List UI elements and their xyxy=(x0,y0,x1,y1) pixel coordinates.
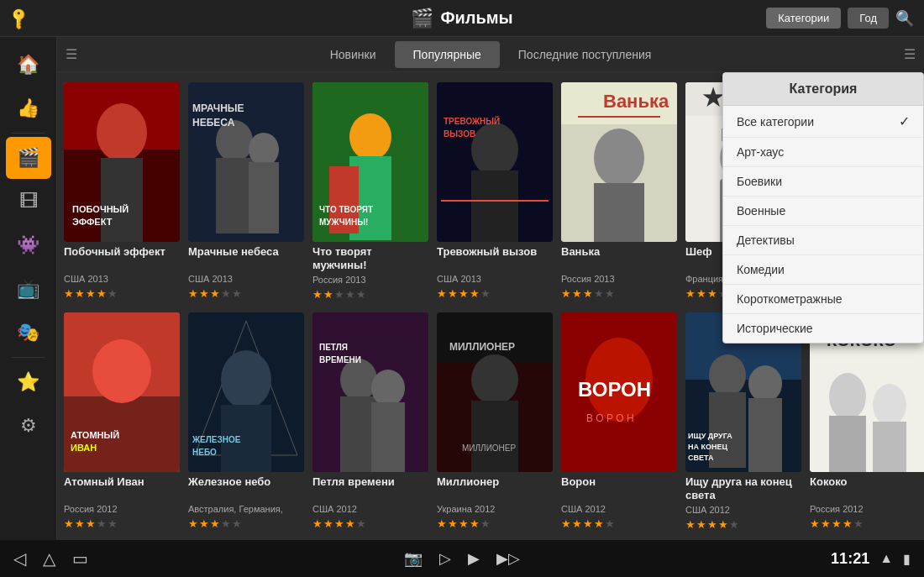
svg-text:ЖЕЛЕЗНОЕ: ЖЕЛЕЗНОЕ xyxy=(192,435,241,444)
movie-country-year-12: США 2012 xyxy=(685,505,801,515)
svg-text:ИЩУ ДРУГА: ИЩУ ДРУГА xyxy=(688,432,732,440)
sidebar-item-clips[interactable]: 🎭 xyxy=(6,312,51,354)
movie-poster-5: Ванька xyxy=(561,82,677,242)
dropdown-item-detektivy[interactable]: Детективы xyxy=(723,226,923,255)
dropdown-header: Категория xyxy=(723,73,923,106)
movie-stars-3: ★ ★ ★ ★ ★ xyxy=(312,288,428,301)
svg-text:АТОМНЫЙ: АТОМНЫЙ xyxy=(71,430,119,440)
camera-icon[interactable]: 📷 xyxy=(404,549,423,568)
svg-text:ИВАН: ИВАН xyxy=(71,443,97,453)
movie-item-9[interactable]: ПЕТЛЯ ВРЕМЕНИ Петля времени США 2012 ★ ★… xyxy=(312,312,428,531)
year-button[interactable]: Год xyxy=(848,8,889,29)
svg-point-10 xyxy=(249,133,279,166)
dropdown-item-komedii[interactable]: Комедии xyxy=(723,255,923,285)
dropdown-item-voennye[interactable]: Военные xyxy=(723,197,923,226)
dropdown-item-komedii-label: Комедии xyxy=(737,263,785,276)
home-button[interactable]: △ xyxy=(43,548,55,569)
movie-stars-5: ★ ★ ★ ★ ★ xyxy=(561,287,677,300)
battery-icon: ▮ xyxy=(903,551,911,567)
dropdown-item-boeviki-label: Боевики xyxy=(737,175,782,188)
tab-popularnye[interactable]: Популярные xyxy=(395,41,500,68)
movie-item-4[interactable]: ТРЕВОЖНЫЙ ВЫЗОВ Тревожный вызов США 2013… xyxy=(437,82,553,301)
svg-text:В О Р О Н: В О Р О Н xyxy=(586,412,634,424)
sidebar-divider-1 xyxy=(12,133,45,134)
svg-text:ВОРОН: ВОРОН xyxy=(578,378,651,401)
svg-point-16 xyxy=(349,113,391,160)
sidebar-item-cartoons[interactable]: 👾 xyxy=(6,224,51,266)
sidebar-item-starred[interactable]: ⭐ xyxy=(6,361,51,403)
movies-row-2: АТОМНЫЙ ИВАН Атомный Иван Россия 2012 ★ … xyxy=(64,312,917,531)
movie-poster-4: ТРЕВОЖНЫЙ ВЫЗОВ xyxy=(437,82,553,242)
svg-rect-11 xyxy=(249,162,279,233)
wifi-icon: ▲ xyxy=(879,551,893,566)
movie-stars-7: ★ ★ ★ ★ ★ xyxy=(64,517,180,530)
movie-item-3[interactable]: ЧТО ТВОРЯТ МУЖЧИНЫ! Что творят мужчины! … xyxy=(312,82,428,301)
categories-button[interactable]: Категории xyxy=(766,8,841,29)
bottom-right-status: 11:21 ▲ ▮ xyxy=(831,550,911,568)
check-icon: ✓ xyxy=(899,113,910,129)
dropdown-item-korotkometrazhnye[interactable]: Короткометражные xyxy=(723,285,923,314)
movie-item-10[interactable]: МИЛЛИОНЕР МИЛЛИОНЕР Миллионер Украина 20… xyxy=(437,312,553,531)
movie-stars-11: ★ ★ ★ ★ ★ xyxy=(561,517,677,530)
sidebar-item-series[interactable]: 🎞 xyxy=(6,181,51,223)
movie-item-5[interactable]: Ванька Ванька Россия 2013 ★ ★ ★ ★ ★ xyxy=(561,82,677,301)
tab-poslednie[interactable]: Последние поступления xyxy=(500,41,670,68)
tab-novinki[interactable]: Новинки xyxy=(312,41,395,68)
sidebar-item-movies[interactable]: 🎬 xyxy=(6,137,51,179)
svg-rect-73 xyxy=(748,398,782,472)
svg-text:МИЛЛИОНЕР: МИЛЛИОНЕР xyxy=(462,443,517,453)
svg-point-81 xyxy=(873,384,906,426)
dropdown-item-detektivy-label: Детективы xyxy=(737,233,795,247)
dropdown-item-boeviki[interactable]: Боевики xyxy=(723,167,923,197)
movie-stars-13: ★ ★ ★ ★ ★ xyxy=(810,517,924,530)
dropdown-item-istoricheskie-label: Исторические xyxy=(737,322,813,335)
poster-figure-4: ТРЕВОЖНЫЙ ВЫЗОВ xyxy=(437,82,553,242)
bottom-center-controls: 📷 ▷ ▶ ▶▷ xyxy=(404,549,520,568)
bottom-bar: ◁ △ ▭ 📷 ▷ ▶ ▶▷ 11:21 ▲ ▮ xyxy=(0,540,924,577)
forward-icon[interactable]: ▶ xyxy=(468,549,480,568)
search-button[interactable]: 🔍 xyxy=(895,9,914,28)
dropdown-item-korotkometrazhnye-label: Короткометражные xyxy=(737,292,843,306)
dropdown-item-arthouse-label: Арт-хаус xyxy=(737,145,784,159)
movie-country-year-8: Австралия, Германия, xyxy=(188,504,304,514)
movie-item-13[interactable]: КОКОКО Кококо Россия 2012 ★ ★ ★ ★ ★ xyxy=(810,312,924,531)
movie-item-11[interactable]: ВОРОН В О Р О Н Ворон США 2012 ★ ★ ★ ★ ★ xyxy=(561,312,677,531)
play-icon[interactable]: ▷ xyxy=(439,549,451,568)
svg-point-70 xyxy=(709,354,746,396)
svg-point-54 xyxy=(371,370,405,407)
svg-text:МУЖЧИНЫ!: МУЖЧИНЫ! xyxy=(319,218,368,227)
svg-point-46 xyxy=(221,350,271,409)
svg-text:ЧТО ТВОРЯТ: ЧТО ТВОРЯТ xyxy=(319,205,373,214)
movie-country-year-7: Россия 2012 xyxy=(64,504,180,514)
sidebar-item-settings[interactable]: ⚙ xyxy=(6,405,51,447)
svg-rect-26 xyxy=(441,200,549,202)
movie-poster-7: АТОМНЫЙ ИВАН xyxy=(64,312,180,472)
top-bar-left: 🔑 xyxy=(10,9,29,28)
movie-item-8[interactable]: ЖЕЛЕЗНОЕ НЕБО Железное небо Австралия, Г… xyxy=(188,312,304,531)
dropdown-item-istoricheskie[interactable]: Исторические xyxy=(723,314,923,343)
dropdown-item-arthouse[interactable]: Арт-хаус xyxy=(723,138,923,167)
svg-text:МИЛЛИОНЕР: МИЛЛИОНЕР xyxy=(449,341,515,353)
movie-item-12[interactable]: ИЩУ ДРУГА НА КОНЕЦ СВЕТА Ищу друга на ко… xyxy=(685,312,801,531)
svg-text:ПОБОЧНЫЙ: ПОБОЧНЫЙ xyxy=(72,204,129,214)
movie-item-7[interactable]: АТОМНЫЙ ИВАН Атомный Иван Россия 2012 ★ … xyxy=(64,312,180,531)
movie-item-2[interactable]: МРАЧНЫЕ НЕБЕСА Мрачные небеса США 2013 ★… xyxy=(188,82,304,301)
movie-stars-8: ★ ★ ★ ★ ★ xyxy=(188,517,304,530)
skip-icon[interactable]: ▶▷ xyxy=(496,549,520,568)
movie-stars-12: ★ ★ ★ ★ ★ xyxy=(685,518,801,531)
sidebar-item-tv[interactable]: 📺 xyxy=(6,268,51,310)
film-icon: 🎬 xyxy=(411,8,433,29)
movie-title-13: Кококо xyxy=(810,475,924,501)
svg-rect-32 xyxy=(578,116,660,118)
svg-text:Ванька: Ванька xyxy=(603,91,669,112)
app-title: Фильмы xyxy=(440,8,512,28)
recent-button[interactable]: ▭ xyxy=(72,548,88,569)
movie-poster-1: ПОБОЧНЫЙ ЭФФЕКТ xyxy=(64,82,180,242)
movie-stars-10: ★ ★ ★ ★ ★ xyxy=(437,517,553,530)
movie-item-1[interactable]: ПОБОЧНЫЙ ЭФФЕКТ Побочный эффект США 2013… xyxy=(64,82,180,301)
sidebar-item-home[interactable]: 🏠 xyxy=(6,44,51,86)
sidebar-item-favorites[interactable]: 👍 xyxy=(6,87,51,129)
back-button[interactable]: ◁ xyxy=(13,548,26,569)
clock: 11:21 xyxy=(831,550,869,568)
dropdown-item-all[interactable]: Все категории ✓ xyxy=(723,106,923,138)
